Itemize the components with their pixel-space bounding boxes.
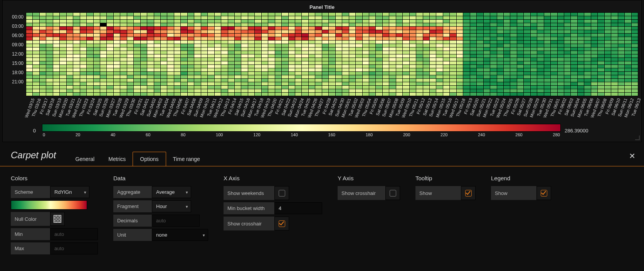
heatmap-cell[interactable]	[141, 41, 147, 44]
heatmap-cell[interactable]	[80, 51, 86, 54]
heatmap-cell[interactable]	[167, 47, 173, 51]
heatmap-cell[interactable]	[463, 20, 469, 23]
heatmap-cell[interactable]	[46, 13, 52, 16]
heatmap-cell[interactable]	[114, 68, 120, 71]
heatmap-cell[interactable]	[490, 23, 496, 26]
heatmap-cell[interactable]	[584, 51, 590, 54]
heatmap-cell[interactable]	[584, 16, 590, 19]
heatmap-cell[interactable]	[383, 13, 389, 16]
heatmap-cell[interactable]	[363, 65, 369, 68]
heatmap-cell[interactable]	[120, 54, 126, 58]
heatmap-cell[interactable]	[457, 47, 463, 51]
heatmap-cell[interactable]	[517, 93, 523, 96]
heatmap-cell[interactable]	[430, 16, 436, 19]
heatmap-cell[interactable]	[46, 89, 52, 92]
heatmap-cell[interactable]	[174, 23, 180, 26]
heatmap-cell[interactable]	[443, 89, 449, 92]
heatmap-cell[interactable]	[336, 65, 342, 68]
heatmap-cell[interactable]	[201, 34, 207, 37]
heatmap-cell[interactable]	[510, 54, 516, 58]
heatmap-cell[interactable]	[396, 86, 402, 89]
heatmap-cell[interactable]	[517, 65, 523, 68]
heatmap-cell[interactable]	[80, 34, 86, 37]
heatmap-cell[interactable]	[369, 72, 375, 75]
heatmap-cell[interactable]	[342, 65, 348, 68]
heatmap-cell[interactable]	[309, 41, 315, 44]
heatmap-cell[interactable]	[201, 93, 207, 96]
heatmap-cell[interactable]	[60, 51, 66, 54]
heatmap-cell[interactable]	[591, 20, 597, 23]
heatmap-cell[interactable]	[376, 20, 382, 23]
heatmap-cell[interactable]	[26, 37, 32, 40]
heatmap-cell[interactable]	[154, 68, 160, 71]
heatmap-cell[interactable]	[241, 37, 247, 40]
heatmap-cell[interactable]	[544, 44, 550, 47]
heatmap-cell[interactable]	[376, 34, 382, 37]
heatmap-cell[interactable]	[389, 16, 395, 19]
heatmap-cell[interactable]	[383, 20, 389, 23]
heatmap-cell[interactable]	[363, 47, 369, 51]
heatmap-cell[interactable]	[477, 54, 483, 58]
heatmap-cell[interactable]	[208, 65, 214, 68]
heatmap-cell[interactable]	[416, 20, 422, 23]
heatmap-cell[interactable]	[349, 93, 355, 96]
heatmap-cell[interactable]	[537, 37, 543, 40]
heatmap-cell[interactable]	[248, 93, 254, 96]
heatmap-cell[interactable]	[87, 16, 93, 19]
heatmap-cell[interactable]	[107, 44, 113, 47]
heatmap-cell[interactable]	[309, 93, 315, 96]
heatmap-cell[interactable]	[282, 75, 288, 78]
heatmap-cell[interactable]	[611, 13, 617, 16]
heatmap-cell[interactable]	[154, 75, 160, 78]
heatmap-cell[interactable]	[598, 68, 604, 71]
heatmap-cell[interactable]	[73, 51, 79, 54]
heatmap-cell[interactable]	[450, 16, 456, 19]
heatmap-cell[interactable]	[349, 68, 355, 71]
heatmap-cell[interactable]	[208, 79, 214, 82]
heatmap-cell[interactable]	[228, 86, 234, 89]
heatmap-cell[interactable]	[416, 37, 422, 40]
heatmap-cell[interactable]	[443, 16, 449, 19]
heatmap-cell[interactable]	[241, 89, 247, 92]
heatmap-cell[interactable]	[618, 75, 624, 78]
heatmap-cell[interactable]	[282, 89, 288, 92]
heatmap-cell[interactable]	[436, 41, 442, 44]
heatmap-cell[interactable]	[336, 86, 342, 89]
heatmap-cell[interactable]	[167, 58, 173, 61]
heatmap-cell[interactable]	[120, 65, 126, 68]
heatmap-cell[interactable]	[504, 13, 510, 16]
heatmap-cell[interactable]	[504, 37, 510, 40]
heatmap-cell[interactable]	[524, 61, 530, 64]
heatmap-cell[interactable]	[53, 58, 59, 61]
heatmap-cell[interactable]	[470, 47, 476, 51]
heatmap-cell[interactable]	[107, 72, 113, 75]
heatmap-cell[interactable]	[248, 37, 254, 40]
heatmap-cell[interactable]	[228, 37, 234, 40]
heatmap-cell[interactable]	[443, 13, 449, 16]
heatmap-cell[interactable]	[430, 13, 436, 16]
heatmap-cell[interactable]	[235, 93, 241, 96]
heatmap-cell[interactable]	[40, 23, 46, 26]
heatmap-cell[interactable]	[584, 79, 590, 82]
heatmap-cell[interactable]	[383, 27, 389, 30]
heatmap-cell[interactable]	[598, 34, 604, 37]
heatmap-cell[interactable]	[120, 75, 126, 78]
heatmap-cell[interactable]	[470, 51, 476, 54]
heatmap-cell[interactable]	[564, 16, 570, 19]
heatmap-cell[interactable]	[181, 20, 187, 23]
heatmap-cell[interactable]	[33, 37, 39, 40]
heatmap-cell[interactable]	[504, 72, 510, 75]
heatmap-cell[interactable]	[275, 72, 281, 75]
heatmap-cell[interactable]	[87, 37, 93, 40]
heatmap-cell[interactable]	[611, 27, 617, 30]
heatmap-cell[interactable]	[618, 51, 624, 54]
heatmap-cell[interactable]	[342, 34, 348, 37]
heatmap-cell[interactable]	[134, 27, 140, 30]
heatmap-cell[interactable]	[463, 37, 469, 40]
heatmap-cell[interactable]	[537, 47, 543, 51]
heatmap-cell[interactable]	[315, 47, 321, 51]
heatmap-cell[interactable]	[322, 13, 328, 16]
heatmap-cell[interactable]	[342, 30, 348, 33]
heatmap-cell[interactable]	[369, 75, 375, 78]
heatmap-cell[interactable]	[611, 44, 617, 47]
